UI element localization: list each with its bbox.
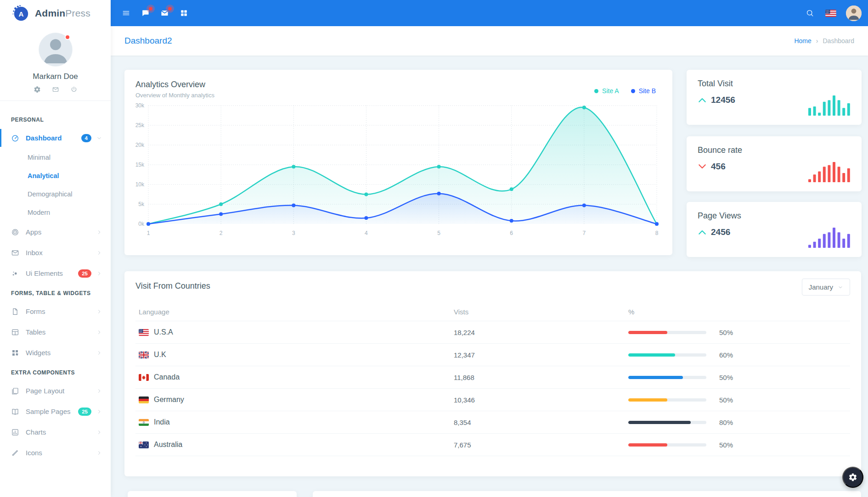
brand-logo[interactable]: A AdminPress	[0, 0, 111, 26]
progress-bar	[628, 443, 706, 447]
mega-menu-icon[interactable]	[174, 0, 193, 26]
total-visit-card: Total Visit 12456	[687, 70, 862, 125]
countries-table-header: Language Vists %	[135, 303, 850, 321]
language-flag-icon[interactable]	[821, 0, 840, 26]
breadcrumb-home-link[interactable]: Home	[794, 37, 811, 45]
bounce-rate-card: Bounce rate 456	[687, 136, 862, 191]
search-icon[interactable]	[800, 0, 819, 26]
sidebar-item-page-layout[interactable]: Page Layout	[0, 380, 111, 401]
country-cell: U.S.A	[139, 328, 454, 336]
country-cell: Australia	[139, 441, 454, 449]
topbar-user-avatar[interactable]	[846, 6, 862, 21]
speedometer-icon	[11, 134, 19, 142]
svg-text:7: 7	[583, 230, 586, 236]
svg-text:3: 3	[292, 230, 295, 236]
dots-icon	[11, 269, 19, 278]
svg-text:15k: 15k	[135, 162, 145, 168]
country-name: U.S.A	[154, 328, 173, 336]
month-dropdown-value: January	[809, 283, 833, 291]
sidebar-item-label: Charts	[26, 428, 96, 436]
user-email-icon[interactable]	[52, 86, 59, 93]
percent-label: 50%	[719, 329, 733, 336]
sidebar-item-widgets[interactable]: Widgets	[0, 342, 111, 363]
sidebar-item-label: Widgets	[26, 349, 96, 357]
usa-flag-icon	[139, 329, 149, 336]
svg-text:4: 4	[365, 230, 368, 236]
svg-text:30k: 30k	[135, 102, 145, 109]
sidebar-item-icons[interactable]: Icons	[0, 442, 111, 463]
percent-cell: 80%	[628, 419, 850, 426]
sidebar-item-apps[interactable]: Apps	[0, 222, 111, 242]
chart-icon	[11, 428, 19, 436]
book-icon	[11, 408, 19, 416]
sidebar-item-tables[interactable]: Tables	[0, 322, 111, 342]
sidebar-item-ui-elements[interactable]: Ui Elements25	[0, 263, 111, 284]
stat-title: Bounce rate	[698, 145, 851, 155]
trend-down-icon	[698, 163, 707, 170]
table-icon	[11, 328, 19, 336]
svg-text:A: A	[18, 10, 23, 17]
sidebar-item-label: Forms	[26, 307, 96, 315]
svg-text:0k: 0k	[138, 221, 145, 227]
topbar	[111, 0, 868, 26]
chart-legend: Site ASite B	[594, 87, 656, 95]
chevron-right-icon	[96, 250, 102, 256]
stat-title: Page Views	[698, 211, 851, 221]
percent-label: 50%	[719, 396, 733, 404]
percent-cell: 50%	[628, 329, 850, 336]
chevron-right-icon	[96, 329, 102, 335]
svg-text:25k: 25k	[135, 122, 145, 128]
legend-site-b[interactable]: Site B	[631, 87, 656, 95]
settings-fab-button[interactable]	[842, 467, 863, 488]
messages-icon[interactable]	[135, 0, 155, 26]
country-name: India	[154, 418, 170, 426]
sidebar-item-dashboard[interactable]: Dashboard4	[0, 128, 111, 148]
partial-card-left	[128, 491, 297, 497]
hamburger-menu-icon[interactable]	[116, 0, 135, 26]
table-row-u-s-a: U.S.A18,22450%	[135, 321, 850, 344]
target-icon	[11, 228, 19, 236]
sidebar-item-sample-pages[interactable]: Sample Pages25	[0, 401, 111, 422]
sidebar-subitem-minimal[interactable]: Minimal	[0, 148, 111, 167]
sidebar-user-block: Markarn Doe	[0, 26, 111, 101]
partial-card-right	[313, 491, 861, 497]
brand-name: AdminPress	[35, 8, 90, 19]
sidebar-item-label: Inbox	[26, 249, 96, 257]
brand-name-light: Press	[65, 8, 90, 18]
sidebar-subitem-analytical[interactable]: Analytical	[0, 167, 111, 185]
stat-value: 456	[711, 162, 726, 172]
month-dropdown[interactable]: January	[802, 279, 850, 296]
legend-site-a[interactable]: Site A	[594, 87, 619, 95]
topbar-right-icons	[800, 0, 868, 26]
breadcrumb-current: Dashboard	[823, 37, 855, 45]
country-cell: Canada	[139, 373, 454, 381]
email-notification-dot	[168, 7, 172, 11]
chevron-down-icon	[838, 285, 843, 290]
table-row-canada: Canada11,86850%	[135, 366, 850, 389]
sidebar-item-inbox[interactable]: Inbox	[0, 242, 111, 263]
sidebar-subitem-demographical[interactable]: Demographical	[0, 185, 111, 203]
total-visit-sparkbars	[808, 94, 851, 116]
sidebar-subitem-modern[interactable]: Modern	[0, 203, 111, 222]
analytics-line-chart: 0k5k10k15k20k25k30k12345678	[132, 99, 663, 237]
trend-up-icon	[698, 97, 707, 103]
country-name: U.K	[154, 351, 166, 359]
sidebar-item-charts[interactable]: Charts	[0, 422, 111, 442]
user-settings-icon[interactable]	[34, 86, 41, 93]
user-power-icon[interactable]	[70, 86, 78, 93]
breadcrumb: Home › Dashboard	[794, 37, 854, 45]
chevron-right-icon	[96, 450, 102, 456]
email-icon[interactable]	[155, 0, 174, 26]
visits-cell: 8,354	[454, 419, 628, 426]
sidebar-item-forms[interactable]: Forms	[0, 301, 111, 322]
sidebar-menu: PERSONALDashboard4MinimalAnalyticalDemog…	[0, 101, 111, 463]
visits-cell: 10,346	[454, 396, 628, 404]
progress-bar	[628, 353, 706, 357]
chevron-right-icon	[96, 388, 102, 394]
stat-value: 12456	[711, 95, 735, 105]
trend-up-icon	[698, 229, 707, 235]
visits-cell: 18,224	[454, 329, 628, 336]
table-row-germany: Germany10,34650%	[135, 389, 850, 411]
svg-text:6: 6	[510, 230, 513, 236]
chevron-right-icon	[96, 308, 102, 315]
